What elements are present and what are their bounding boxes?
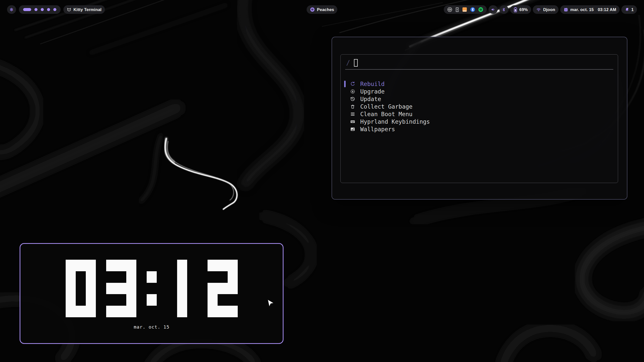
active-window-pill[interactable]: Kitty Terminal (63, 5, 105, 14)
launcher-item[interactable]: Rebuild (341, 80, 618, 88)
selection-bar (344, 111, 346, 117)
calendar-icon (564, 7, 568, 12)
bluetooth-icon (502, 8, 506, 12)
launcher-item[interactable]: Upgrade (341, 88, 618, 95)
media-pill[interactable]: Peaches (307, 5, 337, 14)
network-ssid: Djoon (543, 7, 555, 12)
vault-icon[interactable] (455, 7, 459, 12)
bar-center-modules: Peaches (307, 5, 337, 14)
workspace-dot[interactable] (53, 8, 56, 11)
image-icon (350, 127, 355, 132)
workspace-active-indicator[interactable] (23, 8, 31, 11)
clock-digit (208, 260, 238, 317)
screen-recorder-icon[interactable] (447, 7, 453, 12)
launcher-item[interactable]: Clean Boot Menu (341, 110, 618, 118)
clock-colon (147, 260, 157, 317)
selection-bar (344, 88, 346, 95)
bluetooth-manager-icon[interactable] (470, 7, 475, 12)
bar-time: 03:12 AM (598, 7, 616, 12)
spotify-tray-icon[interactable] (478, 7, 484, 12)
speaker-icon (491, 7, 495, 12)
clock-digit (167, 260, 197, 317)
bar-right-modules: 69% Djoon mar. oct. 15 03:12 AM 1 (444, 5, 637, 14)
downloader-icon[interactable] (462, 7, 467, 12)
battery-icon (513, 7, 517, 12)
workspaces-indicator[interactable] (19, 5, 61, 14)
notification-count: 1 (631, 7, 634, 12)
selection-bar (344, 118, 346, 125)
selection-bar (344, 81, 346, 87)
desktop: ❄ Kitty Terminal Peaches (0, 0, 644, 362)
battery-pill[interactable]: 69% (510, 5, 531, 14)
launcher-item-label: Hyprland Keybindings (360, 118, 430, 125)
launcher-button[interactable]: ❄ (7, 5, 16, 14)
launcher-item[interactable]: Hyprland Keybindings (341, 118, 618, 125)
launcher-item-label: Collect Garbage (360, 103, 413, 110)
launcher-item-label: Rebuild (360, 81, 385, 87)
selection-bar (344, 103, 346, 110)
workspace-dot[interactable] (34, 8, 37, 11)
mouse-cursor (267, 299, 274, 307)
launcher-item-list: Rebuild Upgrade Update Collect Garbage C… (341, 80, 618, 133)
launcher-item-label: Wallpapers (360, 126, 395, 132)
selection-bar (344, 126, 346, 132)
launcher-item[interactable]: Wallpapers (341, 125, 618, 133)
launcher-item[interactable]: Collect Garbage (341, 103, 618, 110)
keyboard-icon (350, 119, 355, 124)
clock-widget[interactable]: mar. oct. 15 (20, 243, 284, 344)
clock-digit (106, 260, 136, 317)
active-window-title: Kitty Terminal (73, 7, 102, 12)
text-caret (354, 59, 358, 67)
workspace-dot[interactable] (47, 8, 50, 11)
refresh-icon (350, 81, 355, 86)
media-title: Peaches (317, 7, 334, 12)
search-separator (345, 69, 613, 70)
search-prompt: / (346, 59, 350, 67)
bell-icon (625, 7, 629, 12)
bar-date: mar. oct. 15 (570, 7, 594, 12)
spotify-icon (310, 7, 315, 12)
launcher-item-label: Clean Boot Menu (360, 111, 413, 117)
launcher-item[interactable]: Update (341, 95, 618, 103)
system-tray (444, 5, 487, 14)
trash-icon (350, 104, 355, 109)
list-icon (350, 112, 355, 117)
datetime-pill[interactable]: mar. oct. 15 03:12 AM (560, 5, 620, 14)
volume-pill[interactable] (489, 5, 498, 14)
battery-percent: 69% (519, 7, 528, 12)
launcher-item-label: Update (360, 96, 381, 102)
search-input[interactable]: / (346, 58, 612, 68)
bar-left-modules: ❄ Kitty Terminal (7, 5, 105, 14)
clock-digit (66, 260, 96, 317)
clock-refresh-icon (350, 97, 355, 102)
launcher-item-label: Upgrade (360, 88, 385, 95)
selection-bar (344, 96, 346, 102)
clock-time-display (66, 260, 238, 317)
launcher-panel: / Rebuild Upgrade Update Collect Garbage (340, 54, 618, 183)
nix-snowflake-icon: ❄ (10, 7, 14, 12)
network-pill[interactable]: Djoon (533, 5, 558, 14)
workspace-dot[interactable] (41, 8, 44, 11)
clock-date: mar. oct. 15 (20, 324, 283, 330)
cat-icon (67, 7, 71, 12)
bluetooth-pill[interactable] (499, 5, 508, 14)
download-circle-icon (350, 89, 355, 94)
status-bar: ❄ Kitty Terminal Peaches (0, 0, 644, 20)
launcher-window: / Rebuild Upgrade Update Collect Garbage (332, 37, 627, 200)
notifications-pill[interactable]: 1 (621, 5, 637, 14)
wifi-icon (536, 7, 541, 12)
